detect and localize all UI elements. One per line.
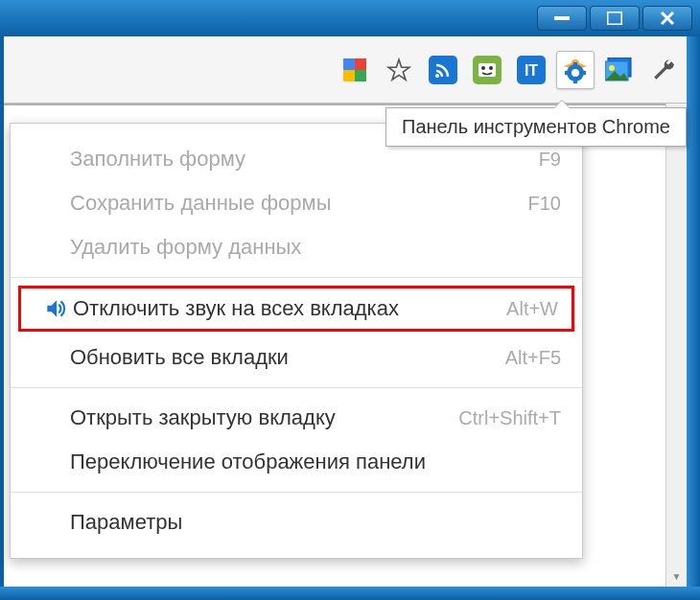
menu-separator <box>11 277 582 278</box>
menu-shortcut: Alt+W <box>506 298 558 320</box>
menu-save-form-data[interactable]: Сохранить данные формы F10 <box>11 181 582 225</box>
menu-shortcut: F10 <box>528 193 561 215</box>
menu-separator <box>11 492 582 493</box>
it-icon[interactable]: IT <box>512 51 550 89</box>
svg-rect-6 <box>429 56 457 84</box>
svg-rect-2 <box>343 58 355 70</box>
menu-label: Открыть закрытую вкладку <box>70 405 336 430</box>
svg-point-10 <box>481 66 485 70</box>
svg-text:IT: IT <box>525 62 538 79</box>
wrench-icon[interactable] <box>644 51 683 89</box>
close-button[interactable] <box>642 6 692 31</box>
svg-rect-5 <box>355 70 366 81</box>
svg-rect-4 <box>343 70 355 81</box>
rss-icon[interactable] <box>424 51 462 89</box>
tooltip-text: Панель инструментов Chrome <box>402 116 670 137</box>
title-bar <box>0 0 700 36</box>
svg-rect-1 <box>607 12 622 25</box>
svg-rect-3 <box>355 58 366 70</box>
context-menu: Заполнить форму F9 Сохранить данные форм… <box>10 123 583 559</box>
menu-label: Обновить все вкладки <box>70 345 289 370</box>
window-bottom-border <box>0 587 700 600</box>
svg-rect-17 <box>573 80 577 83</box>
tooltip: Панель инструментов Chrome <box>385 107 687 147</box>
maximize-button[interactable] <box>590 6 640 31</box>
gear-extension-icon[interactable] <box>556 51 595 89</box>
svg-point-11 <box>489 66 493 70</box>
google-colors-icon[interactable] <box>336 51 374 89</box>
svg-rect-19 <box>582 71 586 75</box>
svg-point-7 <box>435 74 439 78</box>
toolbar: IT <box>0 36 700 104</box>
translate-icon[interactable] <box>468 51 506 89</box>
menu-refresh-all-tabs[interactable]: Обновить все вкладки Alt+F5 <box>11 335 582 380</box>
scrollbar[interactable]: ▲ ▼ <box>665 104 687 587</box>
menu-label: Заполнить форму <box>70 147 245 172</box>
menu-mute-all-tabs[interactable]: Отключить звук на всех вкладках Alt+W <box>18 286 574 332</box>
speaker-icon <box>42 295 69 322</box>
menu-shortcut: Alt+F5 <box>505 347 561 369</box>
svg-rect-16 <box>573 62 577 66</box>
menu-reopen-closed-tab[interactable]: Открыть закрытую вкладку Ctrl+Shift+T <box>11 396 582 440</box>
menu-label: Переключение отображения панели <box>70 450 426 474</box>
svg-rect-18 <box>565 71 569 75</box>
svg-point-22 <box>609 65 615 71</box>
menu-label: Параметры <box>70 510 182 535</box>
minimize-button[interactable] <box>537 6 587 31</box>
menu-delete-form-data[interactable]: Удалить форму данных <box>11 225 582 269</box>
star-icon[interactable] <box>380 51 418 89</box>
image-extension-icon[interactable] <box>600 51 639 89</box>
menu-parameters[interactable]: Параметры <box>11 500 582 544</box>
window-controls <box>534 6 692 31</box>
svg-point-15 <box>572 69 579 77</box>
menu-shortcut: Ctrl+Shift+T <box>458 407 561 429</box>
menu-label: Удалить форму данных <box>70 235 301 260</box>
menu-toggle-panel-display[interactable]: Переключение отображения панели <box>11 440 582 484</box>
svg-rect-0 <box>554 16 570 20</box>
menu-separator <box>11 387 582 388</box>
menu-label: Отключить звук на всех вкладках <box>73 296 399 321</box>
scroll-down-button[interactable]: ▼ <box>666 565 687 587</box>
window-right-border <box>687 36 700 587</box>
menu-shortcut: F9 <box>539 149 561 171</box>
menu-label: Сохранить данные формы <box>70 191 331 216</box>
